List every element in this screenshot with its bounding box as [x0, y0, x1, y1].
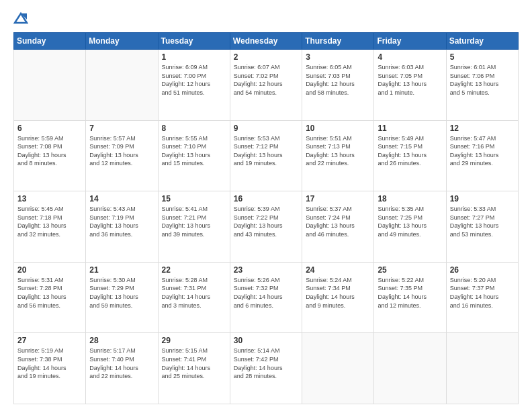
day-number: 26 — [450, 265, 515, 275]
day-number: 14 — [89, 194, 154, 203]
day-info: Sunrise: 5:33 AM Sunset: 7:27 PM Dayligh… — [450, 205, 515, 238]
day-number: 17 — [306, 194, 370, 203]
calendar-cell: 13Sunrise: 5:45 AM Sunset: 7:18 PM Dayli… — [14, 191, 86, 263]
day-info: Sunrise: 6:05 AM Sunset: 7:03 PM Dayligh… — [306, 63, 370, 97]
calendar-cell: 10Sunrise: 5:51 AM Sunset: 7:13 PM Dayli… — [302, 120, 374, 191]
calendar-cell — [374, 333, 446, 404]
logo-icon — [13, 11, 28, 26]
day-number: 9 — [234, 124, 298, 133]
day-info: Sunrise: 5:26 AM Sunset: 7:32 PM Dayligh… — [234, 276, 298, 310]
day-info: Sunrise: 5:41 AM Sunset: 7:21 PM Dayligh… — [162, 205, 226, 238]
day-number: 29 — [162, 336, 226, 345]
calendar-cell: 6Sunrise: 5:59 AM Sunset: 7:08 PM Daylig… — [14, 120, 86, 191]
calendar-cell: 9Sunrise: 5:53 AM Sunset: 7:12 PM Daylig… — [230, 120, 302, 191]
calendar-cell — [14, 50, 86, 121]
day-info: Sunrise: 5:14 AM Sunset: 7:42 PM Dayligh… — [234, 347, 298, 380]
calendar-cell: 7Sunrise: 5:57 AM Sunset: 7:09 PM Daylig… — [86, 120, 158, 191]
day-info: Sunrise: 5:37 AM Sunset: 7:24 PM Dayligh… — [306, 205, 370, 238]
day-number: 8 — [162, 124, 226, 133]
day-number: 28 — [89, 336, 154, 345]
day-info: Sunrise: 6:07 AM Sunset: 7:02 PM Dayligh… — [234, 63, 298, 97]
header — [13, 11, 519, 26]
day-info: Sunrise: 5:24 AM Sunset: 7:34 PM Dayligh… — [306, 276, 370, 310]
day-info: Sunrise: 5:19 AM Sunset: 7:38 PM Dayligh… — [17, 347, 82, 380]
week-row-3: 13Sunrise: 5:45 AM Sunset: 7:18 PM Dayli… — [14, 191, 519, 263]
day-info: Sunrise: 5:43 AM Sunset: 7:19 PM Dayligh… — [89, 205, 154, 238]
logo — [13, 11, 30, 26]
day-info: Sunrise: 5:53 AM Sunset: 7:12 PM Dayligh… — [234, 134, 298, 168]
day-number: 25 — [378, 265, 442, 275]
day-info: Sunrise: 5:39 AM Sunset: 7:22 PM Dayligh… — [234, 205, 298, 238]
day-number: 6 — [17, 124, 82, 133]
calendar-cell — [302, 333, 374, 404]
week-row-4: 20Sunrise: 5:31 AM Sunset: 7:28 PM Dayli… — [14, 262, 519, 333]
calendar-cell: 2Sunrise: 6:07 AM Sunset: 7:02 PM Daylig… — [230, 50, 302, 121]
day-info: Sunrise: 5:45 AM Sunset: 7:18 PM Dayligh… — [17, 205, 82, 238]
day-info: Sunrise: 6:01 AM Sunset: 7:06 PM Dayligh… — [450, 63, 515, 97]
calendar-cell: 21Sunrise: 5:30 AM Sunset: 7:29 PM Dayli… — [86, 262, 158, 333]
day-number: 19 — [450, 194, 515, 203]
day-number: 30 — [234, 336, 298, 345]
calendar-cell: 30Sunrise: 5:14 AM Sunset: 7:42 PM Dayli… — [230, 333, 302, 404]
day-info: Sunrise: 5:49 AM Sunset: 7:15 PM Dayligh… — [378, 134, 442, 168]
day-info: Sunrise: 5:35 AM Sunset: 7:25 PM Dayligh… — [378, 205, 442, 238]
day-number: 2 — [234, 52, 298, 62]
day-number: 21 — [89, 265, 154, 275]
calendar-cell: 12Sunrise: 5:47 AM Sunset: 7:16 PM Dayli… — [446, 120, 518, 191]
day-info: Sunrise: 6:09 AM Sunset: 7:00 PM Dayligh… — [162, 63, 226, 97]
calendar-header-sunday: Sunday — [14, 33, 86, 50]
calendar-cell: 1Sunrise: 6:09 AM Sunset: 7:00 PM Daylig… — [158, 50, 230, 121]
calendar-header-saturday: Saturday — [446, 33, 518, 50]
day-number: 15 — [162, 194, 226, 203]
page: SundayMondayTuesdayWednesdayThursdayFrid… — [0, 0, 532, 411]
day-info: Sunrise: 5:47 AM Sunset: 7:16 PM Dayligh… — [450, 134, 515, 168]
day-number: 7 — [89, 124, 154, 133]
day-number: 18 — [378, 194, 442, 203]
day-info: Sunrise: 5:51 AM Sunset: 7:13 PM Dayligh… — [306, 134, 370, 168]
day-info: Sunrise: 5:55 AM Sunset: 7:10 PM Dayligh… — [162, 134, 226, 168]
day-number: 3 — [306, 52, 370, 62]
day-number: 22 — [162, 265, 226, 275]
day-number: 23 — [234, 265, 298, 275]
day-number: 4 — [378, 52, 442, 62]
day-number: 1 — [162, 52, 226, 62]
day-number: 24 — [306, 265, 370, 275]
calendar-cell: 11Sunrise: 5:49 AM Sunset: 7:15 PM Dayli… — [374, 120, 446, 191]
calendar-header-row: SundayMondayTuesdayWednesdayThursdayFrid… — [14, 33, 519, 50]
calendar-cell: 16Sunrise: 5:39 AM Sunset: 7:22 PM Dayli… — [230, 191, 302, 263]
day-number: 5 — [450, 52, 515, 62]
calendar-header-friday: Friday — [374, 33, 446, 50]
calendar-cell: 3Sunrise: 6:05 AM Sunset: 7:03 PM Daylig… — [302, 50, 374, 121]
week-row-1: 1Sunrise: 6:09 AM Sunset: 7:00 PM Daylig… — [14, 50, 519, 121]
day-number: 10 — [306, 124, 370, 133]
day-number: 16 — [234, 194, 298, 203]
day-info: Sunrise: 5:22 AM Sunset: 7:35 PM Dayligh… — [378, 276, 442, 310]
calendar-cell: 4Sunrise: 6:03 AM Sunset: 7:05 PM Daylig… — [374, 50, 446, 121]
calendar-cell: 15Sunrise: 5:41 AM Sunset: 7:21 PM Dayli… — [158, 191, 230, 263]
calendar-header-tuesday: Tuesday — [158, 33, 230, 50]
day-info: Sunrise: 5:30 AM Sunset: 7:29 PM Dayligh… — [89, 276, 154, 310]
day-number: 27 — [17, 336, 82, 345]
day-info: Sunrise: 5:20 AM Sunset: 7:37 PM Dayligh… — [450, 276, 515, 310]
day-number: 11 — [378, 124, 442, 133]
calendar-header-wednesday: Wednesday — [230, 33, 302, 50]
day-info: Sunrise: 5:59 AM Sunset: 7:08 PM Dayligh… — [17, 134, 82, 168]
day-info: Sunrise: 5:28 AM Sunset: 7:31 PM Dayligh… — [162, 276, 226, 310]
day-number: 20 — [17, 265, 82, 275]
day-info: Sunrise: 5:17 AM Sunset: 7:40 PM Dayligh… — [89, 347, 154, 380]
calendar-cell: 17Sunrise: 5:37 AM Sunset: 7:24 PM Dayli… — [302, 191, 374, 263]
calendar-cell: 18Sunrise: 5:35 AM Sunset: 7:25 PM Dayli… — [374, 191, 446, 263]
calendar-cell — [446, 333, 518, 404]
calendar-cell: 19Sunrise: 5:33 AM Sunset: 7:27 PM Dayli… — [446, 191, 518, 263]
calendar-cell: 26Sunrise: 5:20 AM Sunset: 7:37 PM Dayli… — [446, 262, 518, 333]
calendar-cell: 8Sunrise: 5:55 AM Sunset: 7:10 PM Daylig… — [158, 120, 230, 191]
calendar-cell: 25Sunrise: 5:22 AM Sunset: 7:35 PM Dayli… — [374, 262, 446, 333]
day-info: Sunrise: 5:57 AM Sunset: 7:09 PM Dayligh… — [89, 134, 154, 168]
week-row-5: 27Sunrise: 5:19 AM Sunset: 7:38 PM Dayli… — [14, 333, 519, 404]
calendar-cell — [86, 50, 158, 121]
calendar-cell: 20Sunrise: 5:31 AM Sunset: 7:28 PM Dayli… — [14, 262, 86, 333]
calendar-cell: 5Sunrise: 6:01 AM Sunset: 7:06 PM Daylig… — [446, 50, 518, 121]
calendar-cell: 22Sunrise: 5:28 AM Sunset: 7:31 PM Dayli… — [158, 262, 230, 333]
calendar-cell: 28Sunrise: 5:17 AM Sunset: 7:40 PM Dayli… — [86, 333, 158, 404]
week-row-2: 6Sunrise: 5:59 AM Sunset: 7:08 PM Daylig… — [14, 120, 519, 191]
